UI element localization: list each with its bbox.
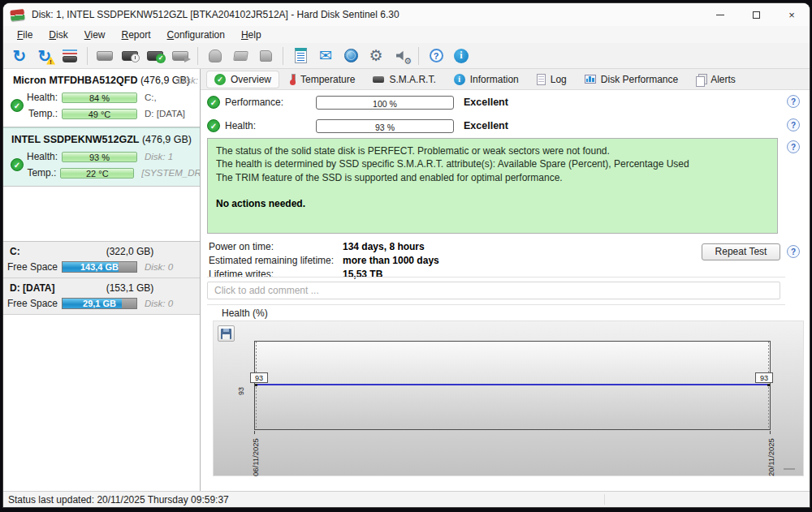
comment-input[interactable]: [207, 282, 780, 299]
free-space-bar: 29,1 GB: [62, 298, 137, 309]
partition-name: D: [DATA]: [10, 282, 67, 294]
resize-grip[interactable]: [784, 468, 795, 470]
minimize-button[interactable]: [702, 3, 738, 26]
disk-number-label: Disk: 1: [145, 152, 173, 161]
email-icon[interactable]: ✉: [314, 45, 337, 67]
disk-test-icon[interactable]: ✓: [144, 45, 166, 67]
toolbar-separator: [283, 47, 283, 65]
disk-item-intel[interactable]: INTEL SSDPEKNW512GZL (476,9 GB) ✓ Health…: [3, 127, 200, 187]
connector-icon[interactable]: [229, 45, 252, 67]
menu-report[interactable]: Report: [114, 28, 158, 42]
status-line: The TRIM feature of the SSD is supported…: [216, 171, 769, 184]
toolbar-separator: [418, 47, 419, 65]
performance-chart-icon: [585, 75, 596, 84]
menu-help[interactable]: Help: [234, 28, 269, 42]
sidebar-spacer: [3, 187, 200, 242]
disk-title: Micron MTFDHBA512QFD (476,9 GB) Disk:: [3, 72, 200, 89]
x-axis-date-label: 20/11/2025: [767, 434, 778, 476]
tab-alerts[interactable]: Alerts: [689, 71, 743, 88]
volume-label: [SYSTEM_DR: [141, 168, 200, 178]
settings-gear-icon[interactable]: ⚙: [365, 45, 387, 67]
disk-item-micron[interactable]: Micron MTFDHBA512QFD (476,9 GB) Disk: ✓ …: [3, 69, 200, 127]
repeat-test-button[interactable]: Repeat Test: [702, 243, 780, 260]
drive-icon[interactable]: [204, 45, 227, 67]
detect-disks-icon[interactable]: [58, 45, 81, 67]
menu-file[interactable]: File: [10, 28, 40, 42]
free-space-label: Free Space: [3, 261, 62, 273]
disk-partition-label: C:,: [145, 93, 157, 102]
point-value-label: 93: [250, 372, 268, 383]
tab-smart[interactable]: S.M.A.R.T.: [365, 71, 443, 88]
status-line: The health is determined by SSD specific…: [216, 157, 769, 170]
help-icon[interactable]: ?: [425, 45, 447, 67]
smart-disk-icon: [373, 76, 384, 83]
save-chart-button[interactable]: [218, 325, 235, 342]
close-button[interactable]: ×: [774, 3, 810, 26]
refresh-warning-icon[interactable]: ↻!: [33, 45, 56, 67]
health-chart: 93 93 93 06/11/2025 20/11/2025: [213, 321, 804, 476]
free-space-bar: 143,4 GB: [62, 261, 137, 273]
data-point: [255, 384, 257, 386]
health-minibar: 93 %: [62, 152, 137, 162]
data-point: [767, 384, 770, 386]
tab-overview[interactable]: ✓Overview: [207, 71, 279, 88]
status-bar-divider: [604, 494, 605, 505]
status-help-icon[interactable]: ?: [787, 140, 800, 153]
menu-configuration[interactable]: Configuration: [160, 28, 232, 42]
disk-health-row: Health: 93 % Disk: 1: [3, 148, 200, 165]
health-label: Health:: [225, 120, 316, 131]
status-action-line: No actions needed.: [216, 197, 769, 210]
tab-log[interactable]: Log: [529, 71, 574, 88]
toolbar: ↻ ↻! ✓ ✉ ⚙ ⚙ ? i: [3, 43, 810, 69]
free-space-label: Free Space: [3, 298, 62, 309]
menu-bar: File Disk View Report Configuration Help: [3, 26, 810, 43]
status-line: The status of the solid state disk is PE…: [216, 144, 769, 157]
tab-information[interactable]: iInformation: [447, 71, 526, 88]
status-bar: Status last updated: 20/11/2025 Thursday…: [3, 491, 810, 507]
health-minibar: 84 %: [62, 93, 137, 103]
performance-row: ✓ Performance: 100 % Excellent: [207, 93, 803, 111]
disk-clock-icon[interactable]: [119, 45, 141, 67]
health-gauge: 93 %: [316, 119, 454, 133]
info-icon[interactable]: i: [450, 45, 473, 67]
app-logo-icon: [10, 9, 24, 21]
tab-bar: ✓Overview Temperature S.M.A.R.T. iInform…: [201, 69, 810, 90]
y-axis-tick-label: 93: [237, 387, 245, 395]
performance-gauge: 100 %: [316, 96, 454, 110]
disk-info-icon[interactable]: [93, 45, 116, 67]
separator: [207, 304, 785, 305]
toolbar-separator: [197, 47, 198, 65]
tab-temperature[interactable]: Temperature: [282, 71, 362, 88]
refresh-icon[interactable]: ↻: [8, 45, 31, 67]
partition-size: (153,1 GB): [67, 282, 193, 294]
maximize-button[interactable]: [738, 3, 774, 26]
disk-temp-row: Temp.: 22 °C [SYSTEM_DR: [3, 165, 200, 181]
partition-item-d[interactable]: D: [DATA] (153,1 GB) Free Space 29,1 GB …: [3, 278, 200, 315]
disk-sidebar: Micron MTFDHBA512QFD (476,9 GB) Disk: ✓ …: [3, 69, 201, 491]
tab-disk-performance[interactable]: Disk Performance: [577, 71, 685, 88]
partition-disk-label: Disk: 0: [145, 262, 173, 272]
menu-disk[interactable]: Disk: [41, 28, 75, 42]
performance-label: Performance:: [225, 97, 316, 108]
network-icon[interactable]: [339, 45, 362, 67]
alerts-pages-icon: [696, 74, 706, 85]
power-on-time-label: Power on time:: [209, 241, 343, 252]
thermometer-icon: [289, 74, 296, 85]
menu-view[interactable]: View: [77, 28, 113, 42]
repeat-test-help-icon[interactable]: ?: [787, 245, 800, 258]
remaining-lifetime-value: more than 1000 days: [343, 255, 439, 266]
sound-settings-icon[interactable]: ⚙: [390, 45, 412, 67]
health-help-icon[interactable]: ?: [787, 118, 800, 131]
disk-temp-row: Temp.: 49 °C D: [DATA]: [3, 105, 200, 122]
partition-item-c[interactable]: C: (322,0 GB) Free Space 143,4 GB Disk: …: [3, 242, 200, 278]
device-icon[interactable]: [254, 45, 277, 67]
app-window: Disk: 1, INTEL SSDPEKNW512GZL [BTKA20410…: [3, 3, 810, 507]
report-icon[interactable]: [289, 45, 312, 67]
information-icon: i: [454, 74, 465, 85]
disk-title: INTEL SSDPEKNW512GZL (476,9 GB): [3, 131, 200, 148]
save-icon: [221, 329, 231, 339]
performance-help-icon[interactable]: ?: [787, 95, 800, 108]
disk-health-row: Health: 84 % C:,: [3, 89, 200, 105]
disk-partition-label: D: [DATA]: [145, 109, 185, 118]
disk-select-icon[interactable]: [169, 45, 192, 67]
